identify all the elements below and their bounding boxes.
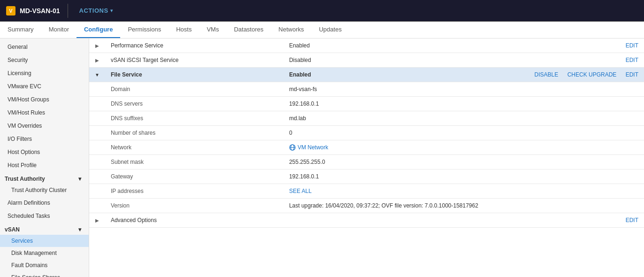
- actions-button[interactable]: ACTIONS ▾: [76, 5, 117, 16]
- main-layout: General Security Licensing VMware EVC VM…: [0, 38, 644, 277]
- sidebar-item-vm-host-groups[interactable]: VM/Host Groups: [0, 93, 89, 106]
- vm-logo-icon: V: [6, 6, 16, 16]
- edit-link[interactable]: EDIT: [626, 217, 638, 223]
- detail-value: 192.168.0.1: [284, 97, 644, 111]
- service-name: File Service: [105, 68, 284, 82]
- sidebar-item-host-profile[interactable]: Host Profile: [0, 159, 89, 172]
- sidebar-item-licensing[interactable]: Licensing: [0, 67, 89, 80]
- tab-configure[interactable]: Configure: [77, 22, 120, 38]
- cluster-name: MD-VSAN-01: [20, 7, 60, 15]
- detail-value: 255.255.255.0: [284, 155, 644, 169]
- detail-label: Gateway: [105, 169, 284, 184]
- header-divider: [68, 4, 68, 18]
- tab-vms[interactable]: VMs: [199, 22, 226, 38]
- service-name: vSAN iSCSI Target Service: [105, 53, 284, 68]
- detail-label: DNS suffixes: [105, 111, 284, 126]
- detail-value: md.lab: [284, 111, 644, 126]
- detail-row-subnet: Subnet mask 255.255.255.0: [89, 155, 644, 169]
- detail-value: 192.168.0.1: [284, 169, 644, 184]
- sidebar-item-host-options[interactable]: Host Options: [0, 146, 89, 159]
- table-row-expanded: ▼ File Service Enabled DISABLE CHECK UPG…: [89, 68, 644, 82]
- see-all-link[interactable]: SEE ALL: [289, 188, 312, 194]
- tab-datastores[interactable]: Datastores: [226, 22, 271, 38]
- tab-monitor[interactable]: Monitor: [41, 22, 77, 38]
- edit-link[interactable]: EDIT: [626, 57, 638, 63]
- edit-link[interactable]: EDIT: [626, 71, 638, 78]
- tab-summary[interactable]: Summary: [0, 22, 41, 38]
- collapse-icon[interactable]: ▼: [95, 72, 100, 77]
- detail-label: Number of shares: [105, 126, 284, 140]
- table-row-advanced: ▶ Advanced Options EDIT: [89, 213, 644, 228]
- tab-updates[interactable]: Updates: [311, 22, 349, 38]
- disable-link[interactable]: DISABLE: [535, 71, 559, 78]
- network-link[interactable]: VM Network: [289, 144, 638, 151]
- service-status: Enabled: [284, 38, 377, 53]
- expand-icon[interactable]: ▶: [95, 43, 99, 48]
- detail-label: DNS servers: [105, 97, 284, 111]
- detail-label: Domain: [105, 82, 284, 97]
- sidebar-item-vmware-evc[interactable]: VMware EVC: [0, 80, 89, 93]
- detail-value: Last upgrade: 16/04/2020, 09:37:22; OVF …: [284, 199, 644, 213]
- edit-link[interactable]: EDIT: [626, 42, 638, 49]
- check-upgrade-link[interactable]: CHECK UPGRADE: [567, 71, 617, 78]
- detail-row-dns-suffixes: DNS suffixes md.lab: [89, 111, 644, 126]
- table-row: ▶ vSAN iSCSI Target Service Disabled EDI…: [89, 53, 644, 68]
- network-icon: [289, 144, 296, 151]
- sidebar-item-alarm-definitions[interactable]: Alarm Definitions: [0, 196, 89, 209]
- logo-section: V MD-VSAN-01: [6, 6, 60, 16]
- app-header: V MD-VSAN-01 ACTIONS ▾: [0, 0, 644, 22]
- sidebar-item-fault-domains[interactable]: Fault Domains: [0, 259, 89, 271]
- table-row: ▶ Performance Service Enabled EDIT: [89, 38, 644, 53]
- detail-value: 0: [284, 126, 644, 140]
- tab-networks[interactable]: Networks: [271, 22, 311, 38]
- sidebar-item-vm-host-rules[interactable]: VM/Host Rules: [0, 106, 89, 119]
- collapse-icon: ▾: [78, 226, 81, 233]
- content-area: ▶ Performance Service Enabled EDIT ▶ vSA…: [89, 38, 644, 277]
- sidebar-vsan-header[interactable]: vSAN ▾: [0, 223, 89, 235]
- tab-hosts[interactable]: Hosts: [169, 22, 199, 38]
- detail-row-version: Version Last upgrade: 16/04/2020, 09:37:…: [89, 199, 644, 213]
- services-table: ▶ Performance Service Enabled EDIT ▶ vSA…: [89, 38, 644, 228]
- detail-label: IP addresses: [105, 184, 284, 199]
- expand-icon[interactable]: ▶: [95, 58, 99, 63]
- svg-text:V: V: [9, 8, 13, 14]
- expand-icon[interactable]: ▶: [95, 218, 99, 223]
- sidebar-item-scheduled-tasks[interactable]: Scheduled Tasks: [0, 209, 89, 223]
- detail-row-dns-servers: DNS servers 192.168.0.1: [89, 97, 644, 111]
- service-status: Disabled: [284, 53, 377, 68]
- collapse-icon: ▾: [78, 176, 81, 182]
- sidebar: General Security Licensing VMware EVC VM…: [0, 38, 89, 277]
- service-name: Performance Service: [105, 38, 284, 53]
- tabs-bar: Summary Monitor Configure Permissions Ho…: [0, 22, 644, 38]
- detail-row-network: Network VM Network: [89, 140, 644, 155]
- detail-value: md-vsan-fs: [284, 82, 644, 97]
- detail-label: Version: [105, 199, 284, 213]
- sidebar-item-security[interactable]: Security: [0, 54, 89, 67]
- detail-row-shares: Number of shares 0: [89, 126, 644, 140]
- sidebar-item-general[interactable]: General: [0, 40, 89, 54]
- sidebar-trust-authority-header[interactable]: Trust Authority ▾: [0, 172, 89, 184]
- sidebar-item-disk-management[interactable]: Disk Management: [0, 247, 89, 259]
- tab-permissions[interactable]: Permissions: [120, 22, 169, 38]
- sidebar-item-vm-overrides[interactable]: VM Overrides: [0, 119, 89, 132]
- sidebar-item-io-filters[interactable]: I/O Filters: [0, 132, 89, 146]
- chevron-down-icon: ▾: [110, 8, 113, 13]
- sidebar-item-file-service-shares[interactable]: File Service Shares: [0, 271, 89, 277]
- detail-row-domain: Domain md-vsan-fs: [89, 82, 644, 97]
- service-name: Advanced Options: [105, 213, 284, 228]
- detail-row-ip: IP addresses SEE ALL: [89, 184, 644, 199]
- detail-label: Network: [105, 140, 284, 155]
- detail-label: Subnet mask: [105, 155, 284, 169]
- service-status: Enabled: [284, 68, 377, 82]
- detail-row-gateway: Gateway 192.168.0.1: [89, 169, 644, 184]
- sidebar-item-services[interactable]: Services: [0, 235, 89, 247]
- sidebar-item-trust-authority-cluster[interactable]: Trust Authority Cluster: [0, 184, 89, 196]
